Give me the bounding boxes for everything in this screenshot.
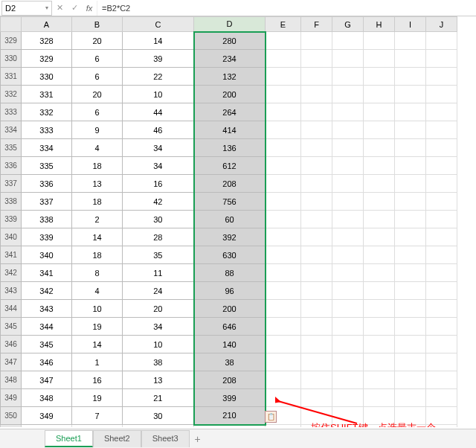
empty-cell[interactable] bbox=[395, 32, 426, 50]
empty-cell[interactable] bbox=[301, 318, 332, 336]
row-header[interactable]: 336 bbox=[1, 157, 22, 175]
cell-C346[interactable]: 10 bbox=[123, 336, 194, 353]
empty-cell[interactable] bbox=[426, 86, 457, 103]
cell-D344[interactable]: 200 bbox=[194, 300, 266, 318]
cell-B348[interactable]: 16 bbox=[72, 371, 123, 389]
empty-cell[interactable] bbox=[332, 211, 364, 228]
row-header[interactable]: 330 bbox=[1, 50, 22, 68]
cell-B332[interactable]: 20 bbox=[72, 86, 123, 103]
empty-cell[interactable] bbox=[301, 50, 332, 68]
name-box[interactable]: D2 ▾ bbox=[1, 1, 52, 16]
empty-cell[interactable] bbox=[395, 175, 426, 193]
cell-D329[interactable]: 280 bbox=[194, 32, 266, 50]
empty-cell[interactable] bbox=[332, 50, 364, 68]
empty-cell[interactable] bbox=[266, 425, 301, 428]
empty-cell[interactable] bbox=[266, 336, 301, 353]
empty-cell[interactable] bbox=[395, 139, 426, 157]
row-header[interactable]: 334 bbox=[1, 121, 22, 139]
empty-cell[interactable] bbox=[395, 121, 426, 139]
fx-button[interactable]: fx bbox=[82, 4, 97, 13]
cell-B349[interactable]: 19 bbox=[72, 389, 123, 407]
empty-cell[interactable] bbox=[332, 175, 364, 193]
row-header[interactable]: 338 bbox=[1, 193, 22, 211]
empty-cell[interactable] bbox=[332, 282, 364, 300]
cell-D346[interactable]: 140 bbox=[194, 336, 266, 353]
empty-cell[interactable] bbox=[301, 282, 332, 300]
row-header[interactable]: 339 bbox=[1, 211, 22, 228]
empty-cell[interactable] bbox=[426, 228, 457, 246]
empty-cell[interactable] bbox=[426, 139, 457, 157]
empty-cell[interactable] bbox=[426, 389, 457, 407]
row-header[interactable]: 348 bbox=[1, 371, 22, 389]
empty-cell[interactable] bbox=[395, 282, 426, 300]
row-header[interactable]: 351 bbox=[1, 425, 22, 428]
cell-C343[interactable]: 24 bbox=[123, 282, 194, 300]
cell-D339[interactable]: 60 bbox=[194, 211, 266, 228]
name-box-dropdown-icon[interactable]: ▾ bbox=[45, 4, 48, 11]
empty-cell[interactable] bbox=[426, 32, 457, 50]
empty-cell[interactable] bbox=[332, 68, 364, 86]
empty-cell[interactable] bbox=[364, 264, 395, 282]
empty-cell[interactable] bbox=[266, 211, 301, 228]
empty-cell[interactable] bbox=[364, 371, 395, 389]
empty-cell[interactable] bbox=[266, 318, 301, 336]
empty-cell[interactable] bbox=[266, 264, 301, 282]
empty-cell[interactable] bbox=[301, 246, 332, 264]
cell-A338[interactable]: 337 bbox=[22, 193, 72, 211]
sheet-tab-sheet3[interactable]: Sheet3 bbox=[141, 430, 190, 447]
empty-cell[interactable] bbox=[426, 121, 457, 139]
spreadsheet-grid[interactable]: ABCDEFGHIJ 32932820142803303296392343313… bbox=[0, 16, 476, 427]
cell-C332[interactable]: 10 bbox=[123, 86, 194, 103]
cell-C339[interactable]: 30 bbox=[123, 211, 194, 228]
empty-cell[interactable] bbox=[301, 389, 332, 407]
cell-D345[interactable]: 646 bbox=[194, 318, 266, 336]
cell-C334[interactable]: 46 bbox=[123, 121, 194, 139]
cell-D331[interactable]: 132 bbox=[194, 68, 266, 86]
empty-cell[interactable] bbox=[332, 336, 364, 353]
empty-cell[interactable] bbox=[301, 139, 332, 157]
empty-cell[interactable] bbox=[332, 246, 364, 264]
empty-cell[interactable] bbox=[395, 371, 426, 389]
column-header-i[interactable]: I bbox=[395, 17, 426, 32]
cell-A342[interactable]: 341 bbox=[22, 264, 72, 282]
column-header-b[interactable]: B bbox=[72, 17, 123, 32]
cell-C342[interactable]: 11 bbox=[123, 264, 194, 282]
empty-cell[interactable] bbox=[266, 86, 301, 103]
column-header-j[interactable]: J bbox=[426, 17, 457, 32]
empty-cell[interactable] bbox=[266, 139, 301, 157]
empty-cell[interactable] bbox=[301, 193, 332, 211]
cell-A350[interactable]: 349 bbox=[22, 407, 72, 425]
empty-cell[interactable] bbox=[426, 353, 457, 371]
sheet-tab-sheet2[interactable]: Sheet2 bbox=[93, 430, 141, 447]
empty-cell[interactable] bbox=[364, 121, 395, 139]
cell-D332[interactable]: 200 bbox=[194, 86, 266, 103]
empty-cell[interactable] bbox=[266, 300, 301, 318]
cell-C329[interactable]: 14 bbox=[123, 32, 194, 50]
row-header[interactable]: 331 bbox=[1, 68, 22, 86]
empty-cell[interactable] bbox=[364, 86, 395, 103]
empty-cell[interactable] bbox=[266, 246, 301, 264]
cell-B340[interactable]: 14 bbox=[72, 228, 123, 246]
cell-D338[interactable]: 756 bbox=[194, 193, 266, 211]
row-header[interactable]: 342 bbox=[1, 264, 22, 282]
cell-A348[interactable]: 347 bbox=[22, 371, 72, 389]
cell-D333[interactable]: 264 bbox=[194, 103, 266, 121]
empty-cell[interactable] bbox=[194, 425, 266, 428]
cell-D337[interactable]: 208 bbox=[194, 175, 266, 193]
cell-D334[interactable]: 414 bbox=[194, 121, 266, 139]
empty-cell[interactable] bbox=[301, 121, 332, 139]
empty-cell[interactable] bbox=[332, 86, 364, 103]
empty-cell[interactable] bbox=[301, 68, 332, 86]
empty-cell[interactable] bbox=[332, 300, 364, 318]
empty-cell[interactable] bbox=[426, 193, 457, 211]
empty-cell[interactable] bbox=[364, 389, 395, 407]
cell-B333[interactable]: 6 bbox=[72, 103, 123, 121]
row-header[interactable]: 350 bbox=[1, 407, 22, 425]
empty-cell[interactable] bbox=[301, 371, 332, 389]
column-header-h[interactable]: H bbox=[364, 17, 395, 32]
cell-A336[interactable]: 335 bbox=[22, 157, 72, 175]
cell-B339[interactable]: 2 bbox=[72, 211, 123, 228]
cell-D341[interactable]: 630 bbox=[194, 246, 266, 264]
cancel-formula-button[interactable]: ✕ bbox=[52, 3, 67, 13]
cell-C347[interactable]: 38 bbox=[123, 353, 194, 371]
